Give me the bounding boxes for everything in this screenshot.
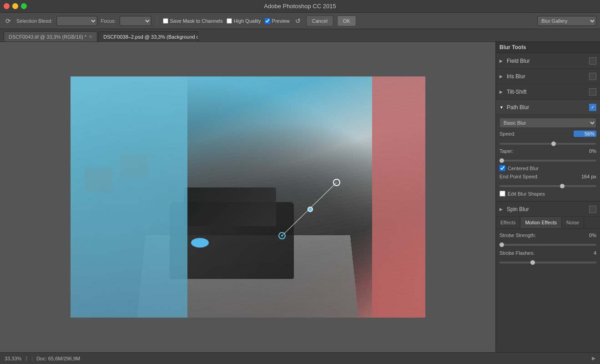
effects-tab[interactable]: Effects [496, 217, 520, 228]
reset-icon[interactable]: ↺ [293, 16, 303, 25]
toolbar: ⟳ Selection Bleed: Focus: Save Mask to C… [0, 13, 600, 29]
edit-blur-shapes-checkbox[interactable] [499, 191, 505, 197]
tabs-row: DSCF0043.tif @ 33,3% (RGB/16) * ✕ DSCF00… [0, 29, 600, 42]
edit-blur-shapes-row: Edit Blur Shapes [499, 191, 596, 197]
preview-group: Preview [265, 18, 290, 24]
end-point-speed-slider[interactable] [499, 185, 596, 187]
strobe-strength-row: Strobe Strength: 0% [499, 233, 596, 238]
strobe-flashes-value: 4 [578, 250, 596, 256]
canvas-image [71, 76, 425, 318]
motion-effects-tab-label: Motion Effects [525, 220, 557, 225]
blur-tool-field[interactable]: ▶ Field Blur [496, 53, 600, 69]
tool-icon[interactable]: ⟳ [4, 16, 13, 25]
save-mask-checkbox[interactable] [163, 18, 168, 24]
high-quality-label: High Quality [234, 18, 261, 24]
tab-2-label: DSCF0038–2.psd @ 33,3% (Background copy … [103, 34, 198, 40]
preview-label: Preview [272, 18, 290, 24]
focus-select[interactable] [120, 16, 151, 26]
preview-checkbox[interactable] [265, 18, 270, 24]
effect-tabs: Effects Motion Effects Noise [496, 217, 600, 229]
spin-blur-arrow: ▶ [499, 207, 504, 212]
edit-blur-shapes-label: Edit Blur Shapes [508, 191, 545, 197]
spin-blur-name: Spin Blur [507, 206, 589, 212]
blur-tool-path[interactable]: ▼ Path Blur ✓ [496, 100, 600, 115]
speed-label: Speed: [499, 131, 572, 136]
minimize-button[interactable] [12, 3, 18, 9]
toolbar-sep-1 [157, 16, 157, 25]
tab-2[interactable]: DSCF0038–2.psd @ 33,3% (Background copy … [98, 31, 198, 41]
blur-tools-title: Blur Tools [499, 44, 526, 51]
zoom-level: 33,33% [5, 356, 21, 361]
speed-row: Speed: 56% [499, 131, 596, 137]
blur-gallery-select[interactable]: Blur Gallery [537, 16, 596, 26]
maximize-button[interactable] [21, 3, 27, 9]
spin-blur-checkbox[interactable] [589, 206, 596, 213]
strobe-flashes-row: Strobe Flashes: 4 [499, 250, 596, 256]
canvas-container [71, 76, 425, 318]
status-sep: | [31, 356, 33, 361]
blur-type-select[interactable]: Basic Blur Rear Sync Flash Strobe [499, 118, 596, 128]
field-blur-name: Field Blur [507, 58, 589, 64]
car-roof [184, 187, 276, 226]
toolbar-right: Blur Gallery [537, 16, 596, 26]
blur-tool-iris[interactable]: ▶ Iris Blur [496, 69, 600, 84]
field-blur-arrow: ▶ [499, 59, 504, 63]
status-bar: 33,33% ⤴ | Doc: 65,6M/296,9M ▶ [0, 352, 600, 364]
save-mask-label: Save Mask to Channels [170, 18, 223, 24]
tilt-shift-arrow: ▶ [499, 90, 504, 94]
path-blur-checkbox[interactable]: ✓ [589, 104, 596, 111]
tilt-shift-name: Tilt-Shift [507, 89, 589, 95]
save-mask-group: Save Mask to Channels [163, 18, 223, 24]
ok-button[interactable]: OK [337, 15, 356, 26]
speed-slider[interactable] [499, 143, 596, 145]
tab-1-label: DSCF0043.tif @ 33,3% (RGB/16) * [9, 34, 86, 40]
focus-label: Focus: [101, 18, 116, 24]
strobe-flashes-label: Strobe Flashes: [499, 250, 578, 256]
forward-icon: ▶ [592, 355, 595, 361]
strobe-strength-slider[interactable] [499, 244, 596, 246]
motion-effects-tab[interactable]: Motion Effects [520, 217, 562, 228]
blur-tools-header: Blur Tools [496, 42, 600, 53]
taper-slider[interactable] [499, 160, 596, 162]
main-area: Blur Tools ▶ Field Blur ▶ Iris Blur ▶ Ti… [0, 42, 600, 352]
tilt-shift-checkbox[interactable] [589, 88, 596, 96]
speed-value: 56% [574, 131, 596, 137]
blur-tool-tilt[interactable]: ▶ Tilt-Shift [496, 84, 600, 100]
noise-tab[interactable]: Noise [562, 217, 584, 228]
strobe-flashes-slider[interactable] [499, 262, 596, 263]
selection-bleed-label: Selection Bleed: [16, 18, 53, 24]
path-blur-arrow: ▼ [499, 105, 504, 110]
tab-1[interactable]: DSCF0043.tif @ 33,3% (RGB/16) * ✕ [4, 31, 97, 41]
path-blur-name: Path Blur [507, 104, 589, 111]
field-blur-checkbox[interactable] [589, 57, 596, 65]
right-panel: Blur Tools ▶ Field Blur ▶ Iris Blur ▶ Ti… [495, 42, 600, 352]
close-button[interactable] [4, 3, 10, 9]
path-blur-panel: Basic Blur Rear Sync Flash Strobe Speed:… [496, 115, 600, 202]
blur-tool-spin[interactable]: ▶ Spin Blur [496, 202, 600, 217]
effects-tab-label: Effects [500, 220, 515, 225]
window-controls[interactable] [4, 3, 27, 9]
centered-blur-label: Centered Blur [508, 166, 539, 171]
tab-1-close[interactable]: ✕ [89, 34, 92, 39]
share-icon: ⤴ [25, 356, 28, 361]
high-quality-checkbox[interactable] [227, 18, 232, 24]
window-title: Adobe Photoshop CC 2015 [264, 3, 336, 10]
strobe-strength-label: Strobe Strength: [499, 233, 578, 238]
window-left-1 [85, 168, 113, 192]
selection-bleed-select[interactable] [56, 16, 97, 26]
iris-blur-arrow: ▶ [499, 74, 504, 79]
centered-blur-checkbox[interactable] [499, 165, 505, 171]
centered-blur-row: Centered Blur [499, 165, 596, 171]
iris-blur-checkbox[interactable] [589, 73, 596, 80]
high-quality-group: High Quality [227, 18, 261, 24]
window-left-2 [120, 154, 148, 178]
motion-effects-panel: Strobe Strength: 0% Strobe Flashes: 4 [496, 229, 600, 268]
title-bar: Adobe Photoshop CC 2015 [0, 0, 600, 13]
taper-value: 0% [574, 148, 596, 154]
end-point-speed-row: End Point Speed: 164 px [499, 174, 596, 179]
doc-size: Doc: 65,6M/296,9M [36, 356, 80, 361]
taper-label: Taper: [499, 148, 572, 154]
taper-row: Taper: 0% [499, 148, 596, 154]
cancel-button[interactable]: Cancel [306, 15, 333, 26]
canvas-area[interactable] [0, 42, 495, 352]
